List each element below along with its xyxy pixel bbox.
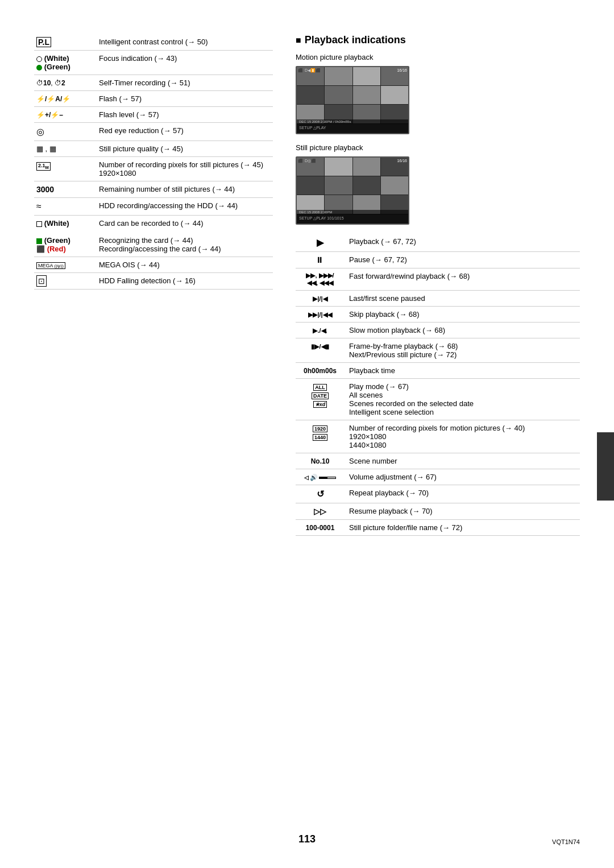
- table-row: ↺ Repeat playback (→ 70): [296, 485, 580, 503]
- flash-icon: ⚡/⚡A/⚡: [36, 95, 70, 103]
- intelligent-text: Intelligent scene selection: [349, 408, 434, 416]
- date-mode-icon: DATE: [312, 392, 329, 399]
- table-row: (White) (Green) Focus indication (→ 43): [34, 51, 273, 75]
- red-card-label: (Red): [47, 245, 66, 253]
- table-row: 100-0001 Still picture folder/file name …: [296, 520, 580, 536]
- white-card-label: (White): [44, 219, 69, 228]
- desc-text-1920: 1920×1080: [349, 432, 386, 441]
- icon-cell: ▦ , ▦: [34, 141, 97, 157]
- desc-text: Red eye reduction (→ 57): [99, 126, 184, 135]
- desc-cell: Still picture quality (→ 45): [97, 141, 273, 157]
- quality-icon: ▦ , ▦: [36, 144, 56, 153]
- pixel-1440-icon: 1440: [313, 434, 327, 441]
- redeye-icon: ◎: [36, 127, 44, 137]
- repeat-icon: ↺: [317, 489, 324, 499]
- table-row: ◁ 🔊 Volume adjustment (→ 67): [296, 469, 580, 485]
- icon-cell: ▶▶|/|◀◀: [296, 307, 347, 323]
- desc-text: Flash level (→ 57): [99, 110, 159, 119]
- icon-cell: ≈: [34, 198, 97, 216]
- desc-cell: Number of recording pixels for motion pi…: [347, 420, 580, 453]
- icon-cell: ⏱10, ⏱2: [34, 75, 97, 91]
- screen-counter: 16/16: [397, 68, 407, 72]
- desc-text: MEGA OIS (→ 44): [99, 261, 160, 269]
- pl-icon: P.L: [36, 37, 51, 47]
- icon-cell: ▮▶/◀▮: [296, 338, 347, 363]
- desc-cell: Slow motion playback (→ 68): [347, 323, 580, 338]
- icon-cell: 0h00m00s: [296, 363, 347, 379]
- desc-text: Skip playback (→ 68): [349, 310, 420, 319]
- icon-cell: ⏸: [296, 252, 347, 268]
- desc-cell: Playback time: [347, 363, 580, 379]
- icon-cell: ⚡+/⚡–: [34, 107, 97, 123]
- table-row: 0h00m00s Playback time: [296, 363, 580, 379]
- still-screen-bottom-bar: SETUP △PLAY 101/1015: [297, 214, 408, 224]
- desc-cell: Volume adjustment (→ 67): [347, 469, 580, 485]
- table-row: (White) (Green) ⬛ (Red) Card can be reco…: [34, 216, 273, 257]
- desc-cell: Self-Timer recording (→ 51): [97, 75, 273, 91]
- ff-rew-icon: ▶▶, ▶▶▶/◀◀, ◀◀◀: [298, 272, 342, 287]
- icon-cell: ▶▶, ▶▶▶/◀◀, ◀◀◀: [296, 268, 347, 291]
- icon-cell: ALL DATE ★xd: [296, 379, 347, 420]
- skip-icon: ▶▶|/|◀◀: [308, 311, 331, 318]
- desc-cell: MEGA OIS (→ 44): [97, 257, 273, 273]
- hdd-icon: ≈: [36, 201, 42, 211]
- desc-text: Resume playback (→ 70): [349, 507, 433, 515]
- table-row: ▶ Playback (→ 67, 72): [296, 234, 580, 252]
- still-picture-screen: ⬛ D◎⬛ DEC 15: [296, 156, 409, 225]
- desc-cell: Repeat playback (→ 70): [347, 485, 580, 503]
- table-row: ▷▷ Resume playback (→ 70): [296, 503, 580, 520]
- icon-cell: MEGA ((ψ)): [34, 257, 97, 273]
- still-screen-date-bar: DEC 15 2008 2:30PM: [297, 210, 408, 214]
- desc-text: Still picture quality (→ 45): [99, 144, 183, 153]
- desc-text: Remaining number of still pictures (→ 44…: [99, 185, 235, 193]
- desc-cell: Scene number: [347, 453, 580, 469]
- icon-cell: ▶|/|◀: [296, 291, 347, 307]
- frame-icon: ▮▶/◀▮: [311, 343, 329, 350]
- table-row: ▶▶, ▶▶▶/◀◀, ◀◀◀ Fast forward/rewind play…: [296, 268, 580, 291]
- desc-text: Pause (→ 67, 72): [349, 255, 407, 264]
- desc-cell: HDD Falling detection (→ 16): [97, 273, 273, 290]
- pixel-2m-icon: 2.1M: [36, 162, 51, 171]
- icon-cell: ◁ 🔊: [296, 469, 347, 485]
- icon-cell: ⚡/⚡A/⚡: [34, 91, 97, 107]
- still-screen-top-icons: ⬛ D◎⬛: [298, 159, 316, 163]
- desc-text-1440: 1440×1080: [349, 441, 386, 449]
- white-label: (White): [44, 54, 69, 63]
- section-title: Playback indications: [296, 34, 580, 46]
- table-row: P.L Intelligent contrast control (→ 50): [34, 34, 273, 51]
- date-scenes-text: Scenes recorded on the selected date: [349, 399, 474, 408]
- table-row: 2.1M Number of recording pixels for stil…: [34, 157, 273, 181]
- icon-cell: P.L: [34, 34, 97, 51]
- desc-text-still: Next/Previous still picture (→ 72): [349, 350, 457, 359]
- desc-text: Self-Timer recording (→ 51): [99, 78, 190, 87]
- icon-cell: (White) (Green): [34, 51, 97, 75]
- icon-cell: 1920 1440: [296, 420, 347, 453]
- flash-level-icon: ⚡+/⚡–: [36, 111, 63, 119]
- icon-cell: (White) (Green) ⬛ (Red): [34, 216, 97, 257]
- desc-text: Intelligent contrast control (→ 50): [99, 38, 208, 46]
- screen-top-icons: ⬛ D◀⏫⬛: [298, 68, 321, 73]
- desc-text: Focus indication (→ 43): [99, 54, 177, 63]
- desc-cell: Skip playback (→ 68): [347, 307, 580, 323]
- table-row: ▶|/|◀ Last/first scene paused: [296, 291, 580, 307]
- vqt-number: VQT1N74: [552, 838, 580, 845]
- still-screen-counter: 16/16: [397, 159, 407, 163]
- desc-cell: Flash (→ 57): [97, 91, 273, 107]
- desc-text: Repeat playback (→ 70): [349, 489, 429, 497]
- mega-ois-icon: MEGA ((ψ)): [36, 262, 65, 269]
- motion-picture-screen: ⬛ D◀⏫⬛ DEC 1: [296, 66, 409, 134]
- green-dot-icon: [36, 65, 42, 71]
- desc-red-card: Recording/accessing the card (→ 44): [99, 245, 221, 253]
- desc-text: Playback time: [349, 366, 395, 375]
- table-row: 3000 Remaining number of still pictures …: [34, 181, 273, 198]
- green-card-label: (Green): [44, 236, 70, 245]
- table-row: ▶▶|/|◀◀ Skip playback (→ 68): [296, 307, 580, 323]
- icon-cell: 2.1M: [34, 157, 97, 181]
- desc-text: Flash (→ 57): [99, 94, 142, 103]
- pause-icon: ⏸: [316, 255, 325, 264]
- icon-cell: 3000: [34, 181, 97, 198]
- desc-cell: Resume playback (→ 70): [347, 503, 580, 520]
- card-red-icon: ⬛: [36, 245, 45, 253]
- table-row: 1920 1440 Number of recording pixels for…: [296, 420, 580, 453]
- table-row: ▶./◀. Slow motion playback (→ 68): [296, 323, 580, 338]
